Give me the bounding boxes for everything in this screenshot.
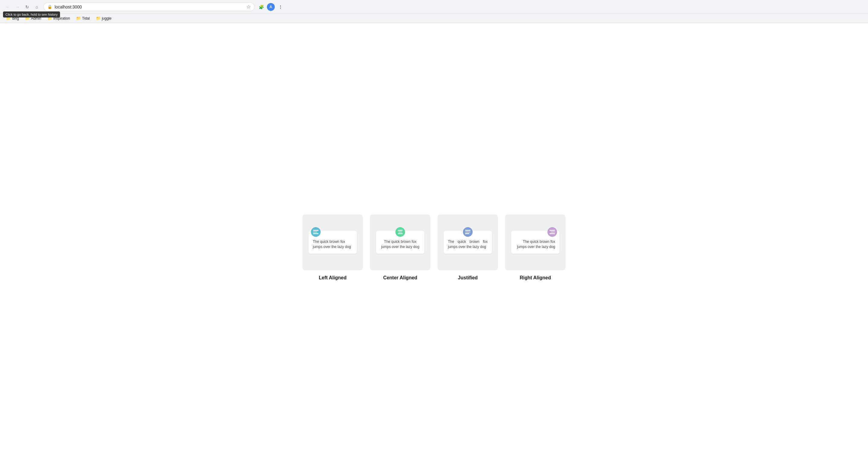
card-label-justified: Justified [458,275,478,281]
nav-buttons: ← → ↻ ⌂ [4,3,41,11]
back-button[interactable]: ← [4,3,12,11]
cards-container: The quick brown fox jumps over the lazy … [303,215,565,281]
forward-button[interactable]: → [13,3,22,11]
address-input[interactable] [55,4,244,9]
line2 [313,232,317,232]
card-inner-left: The quick brown fox jumps over the lazy … [309,231,357,254]
browser-chrome: ← → ↻ ⌂ 🔒 ☆ 🧩 A ⋮ Click to go back, hold… [0,0,868,14]
card-label-left: Left Aligned [319,275,346,281]
card-right: The quick brown fox jumps over the lazy … [505,215,565,270]
card-inner-justified: The quick brown fox jumps over the lazy … [444,231,492,254]
profile-button[interactable]: A [267,3,275,11]
browser-actions: 🧩 A ⋮ [257,3,285,11]
line2 [398,232,402,232]
main-content: The quick brown fox jumps over the lazy … [0,23,868,470]
home-button[interactable]: ⌂ [33,3,41,11]
lines-icon [312,229,319,235]
card-inner-right: The quick brown fox jumps over the lazy … [511,231,559,254]
bookmark-label: Tidal [82,16,90,21]
card-center: The quick brown fox jumps over the lazy … [370,215,430,270]
card-wrapper-justified: The quick brown fox jumps over the lazy … [438,215,498,281]
lines-icon [464,229,471,235]
line3 [550,233,555,234]
card-wrapper-left: The quick brown fox jumps over the lazy … [303,215,363,281]
line2 [551,232,555,232]
bookmark-label: juggle [102,16,112,21]
address-bar-container[interactable]: 🔒 ☆ [43,2,254,11]
card-inner-center: The quick brown fox jumps over the lazy … [376,231,424,254]
lines-icon [397,229,403,235]
line1 [465,230,470,231]
lines-icon [549,229,556,235]
card-wrapper-right: The quick brown fox jumps over the lazy … [505,215,565,281]
menu-button[interactable]: ⋮ [276,3,285,11]
alignment-icon-justified [463,227,473,237]
line3 [465,233,469,234]
avatar: A [267,3,275,11]
bookmark-tidal[interactable]: 📁 Tidal [73,15,92,22]
card-wrapper-center: The quick brown fox jumps over the lazy … [370,215,430,281]
card-label-center: Center Aligned [383,275,417,281]
card-text-right: The quick brown fox jumps over the lazy … [516,239,555,249]
line3 [398,233,403,234]
line2 [465,232,470,232]
line1 [313,230,318,231]
card-text-justified: The quick brown fox jumps over the lazy … [448,239,488,249]
line1 [550,230,555,231]
alignment-icon-left [311,227,320,237]
folder-icon: 📁 [76,16,81,21]
lock-icon: 🔒 [48,4,52,9]
bookmark-star-button[interactable]: ☆ [246,4,251,10]
alignment-icon-right [548,227,557,237]
line3 [313,233,318,234]
folder-icon: 📁 [96,16,101,21]
extensions-button[interactable]: 🧩 [257,3,266,11]
bookmarks-bar: 📁 ding 📁 Admin 📁 Inspiration 📁 Tidal 📁 j… [0,14,868,23]
line1 [398,230,403,231]
card-justified: The quick brown fox jumps over the lazy … [438,215,498,270]
back-tooltip: Click to go back, hold to see history [3,11,60,18]
bookmark-juggle[interactable]: 📁 juggle [93,15,114,22]
card-text-center: The quick brown fox jumps over the lazy … [380,239,420,249]
reload-button[interactable]: ↻ [23,3,31,11]
card-text-left: The quick brown fox jumps over the lazy … [313,239,352,249]
card-left: The quick brown fox jumps over the lazy … [303,215,363,270]
alignment-icon-center [395,227,405,237]
card-label-right: Right Aligned [520,275,551,281]
